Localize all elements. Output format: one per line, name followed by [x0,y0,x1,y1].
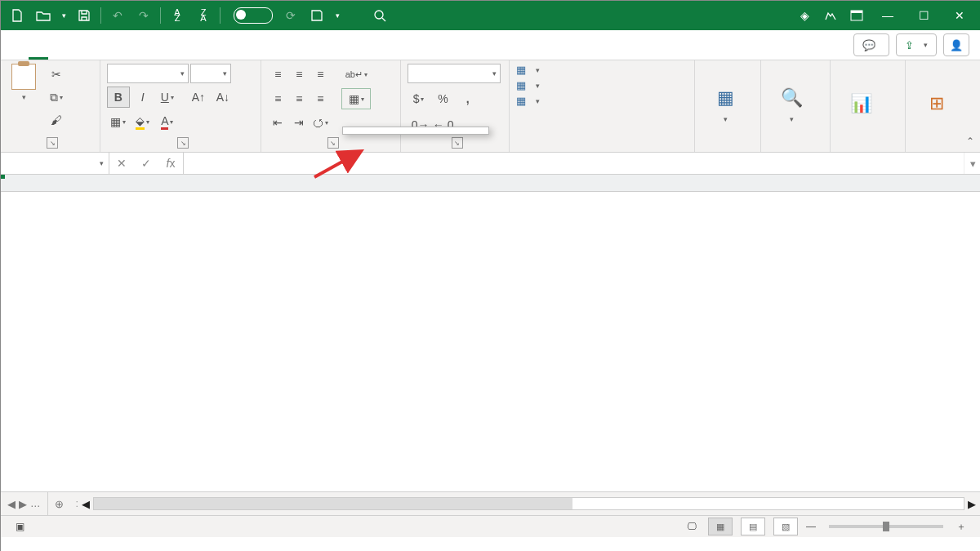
hscroll-track[interactable] [93,497,964,510]
sort-desc-icon[interactable]: ZA [192,4,215,27]
save-icon[interactable] [73,4,96,27]
close-button[interactable]: ✕ [943,1,976,30]
alignment-launcher[interactable]: ↘ [327,137,339,149]
autosave-toggle[interactable] [229,7,273,24]
zoom-out-icon[interactable]: — [806,521,816,532]
align-top-icon[interactable]: ≡ [268,64,287,84]
tab-help[interactable] [205,44,225,60]
redo-icon[interactable]: ↷ [132,4,155,27]
tab-insert[interactable] [48,44,68,60]
align-left-icon[interactable]: ≡ [268,89,287,109]
format-painter-icon[interactable]: 🖌 [45,109,68,131]
tab-formulas[interactable] [107,44,127,60]
orientation-icon[interactable]: ⭯ [310,113,330,132]
decrease-indent-icon[interactable]: ⇤ [268,113,287,132]
normal-view-icon[interactable]: ▦ [708,518,733,535]
tab-page-layout[interactable] [87,44,107,60]
addins-button[interactable]: ⊞ [912,64,961,147]
collapse-ribbon-icon[interactable]: ⌃ [966,136,974,147]
expand-formula-bar-icon[interactable]: ▾ [964,153,980,174]
tab-review[interactable] [146,44,166,60]
font-size-combo[interactable]: ▾ [190,64,231,83]
format-as-table-button[interactable]: ▦▾ [516,79,540,91]
hscroll-right-icon[interactable]: ▶ [968,498,976,510]
cut-icon[interactable]: ✂ [45,64,68,85]
zoom-slider[interactable] [829,525,943,528]
sheet-nav-more-icon[interactable]: … [30,498,41,509]
align-center-icon[interactable]: ≡ [289,89,309,109]
sync-icon[interactable]: ⟳ [279,4,302,27]
macro-record-icon[interactable]: ▣ [16,521,24,532]
tab-home[interactable] [29,44,48,60]
page-break-view-icon[interactable]: ▧ [773,518,798,535]
clipboard-launcher[interactable]: ↘ [47,137,58,149]
analyze-data-button[interactable]: 📊 [837,64,886,147]
quick-save-icon[interactable] [305,4,328,27]
copy-icon[interactable]: ⧉ [45,87,68,108]
undo-icon[interactable]: ↶ [106,4,129,27]
tab-developer[interactable] [185,44,205,60]
align-right-icon[interactable]: ≡ [310,89,330,109]
number-launcher[interactable]: ↘ [452,137,463,149]
border-icon[interactable]: ▦ [107,111,130,132]
align-bottom-icon[interactable]: ≡ [310,64,330,84]
editing-button[interactable]: 🔍▾ [768,64,817,147]
page-layout-view-icon[interactable]: ▤ [741,518,765,535]
zoom-in-icon[interactable]: ＋ [956,520,966,534]
account-icon[interactable]: 👤 [943,33,969,56]
tab-view[interactable] [166,44,185,60]
insert-function-icon[interactable]: fx [158,152,183,175]
tab-file[interactable] [9,44,29,60]
bold-button[interactable]: B [107,87,130,108]
minimize-button[interactable]: — [871,1,904,30]
tab-data[interactable] [127,44,146,60]
comments-button[interactable]: 💬 [853,33,889,56]
hscroll-thumb[interactable] [94,498,572,509]
worksheet-grid[interactable] [1,175,980,491]
cancel-entry-icon[interactable]: ✕ [109,152,134,175]
underline-button[interactable]: U [156,87,179,108]
maximize-button[interactable]: ☐ [907,1,940,30]
ribbon-mode-icon[interactable] [845,4,868,27]
diamond-icon[interactable]: ◈ [793,4,816,27]
open-file-icon[interactable] [32,4,55,27]
sheet-nav-next-icon[interactable]: ▶ [19,498,27,510]
cells-button[interactable]: ▦▾ [702,64,751,147]
number-format-combo[interactable]: ▾ [408,64,501,83]
merge-center-button[interactable]: ▦ [341,88,371,109]
font-color-icon[interactable]: A [156,111,179,132]
share-button[interactable]: ⇪▾ [896,33,937,56]
italic-button[interactable]: I [131,87,154,108]
font-launcher[interactable]: ↘ [177,137,189,149]
conditional-formatting-button[interactable]: ▦▾ [516,64,540,76]
font-name-combo[interactable]: ▾ [107,64,189,83]
cells-area[interactable] [27,191,980,491]
percent-format-icon[interactable]: % [432,88,455,109]
paste-button[interactable]: ▾ [7,64,40,136]
tab-draw[interactable] [68,44,87,60]
fill-color-icon[interactable]: ⬙ [131,111,154,132]
qat-dropdown-icon[interactable]: ▾ [332,4,343,27]
hscroll-left-icon[interactable]: ◀ [82,498,90,510]
new-sheet-button[interactable]: ⊕ [48,492,71,515]
coming-soon-icon[interactable] [819,4,842,27]
confirm-entry-icon[interactable]: ✓ [134,152,158,175]
new-file-icon[interactable] [6,4,29,27]
open-dropdown-icon[interactable]: ▾ [58,4,69,27]
increase-indent-icon[interactable]: ⇥ [289,113,309,132]
cell-styles-button[interactable]: ▦▾ [516,95,540,107]
accounting-format-icon[interactable]: $ [408,88,430,109]
formula-input[interactable] [184,153,964,174]
column-headers[interactable] [27,175,980,192]
comma-format-icon[interactable]: , [457,88,479,109]
display-settings-button[interactable]: 🖵 [687,521,700,532]
select-all-corner[interactable] [1,175,28,192]
grow-font-icon[interactable]: A↑ [187,87,210,108]
shrink-font-icon[interactable]: A↓ [212,87,234,108]
search-icon[interactable] [371,7,389,24]
sheet-nav-prev-icon[interactable]: ◀ [7,498,16,510]
sort-asc-icon[interactable]: AZ [166,4,189,27]
name-box[interactable]: ▾ [1,153,109,174]
align-middle-icon[interactable]: ≡ [289,64,309,84]
wrap-text-button[interactable]: ab↵ [341,64,371,85]
